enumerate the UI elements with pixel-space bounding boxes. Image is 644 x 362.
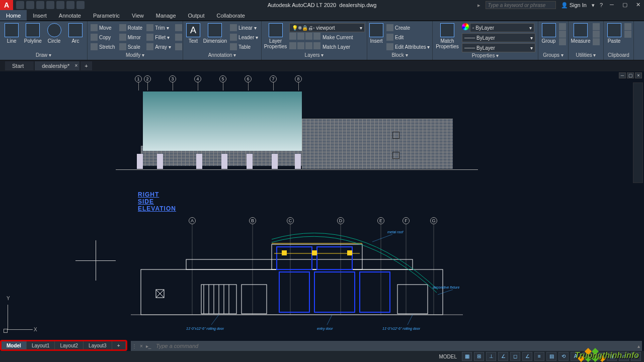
layer-combo[interactable]: 💡❄🔒🖨▫ viewport▾: [289, 23, 365, 32]
insert-button[interactable]: Insert: [369, 23, 383, 44]
line-button[interactable]: Line: [2, 23, 21, 44]
paste-button[interactable]: Paste: [606, 23, 622, 44]
tab-home[interactable]: Home: [0, 10, 27, 21]
panel-block-title[interactable]: Block ▾: [369, 52, 430, 59]
color-wheel-icon[interactable]: [462, 23, 469, 30]
layer-properties-button[interactable]: Layer Properties: [264, 23, 287, 49]
tab-manage[interactable]: Manage: [150, 10, 182, 21]
panel-modify-title[interactable]: Modify ▾: [90, 52, 181, 59]
layer-q5-icon[interactable]: [289, 42, 296, 49]
lineweight-combo[interactable]: ─── ByLayer▾: [462, 33, 535, 42]
qat-save-icon[interactable]: [36, 1, 44, 9]
edit-attributes-button[interactable]: Edit Attributes ▾: [385, 42, 431, 51]
rotate-button[interactable]: Rotate: [118, 23, 143, 32]
match-properties-button[interactable]: Match Properties: [435, 23, 460, 49]
status-snap-icon[interactable]: ⊞: [474, 352, 484, 361]
qat-saveas-icon[interactable]: [46, 1, 54, 9]
copy-button[interactable]: Copy: [90, 33, 116, 42]
create-block-button[interactable]: Create: [385, 23, 431, 32]
tab-annotate[interactable]: Annotate: [53, 10, 87, 21]
stretch-button[interactable]: Stretch: [90, 42, 116, 51]
layout-add[interactable]: +: [112, 341, 126, 349]
qat-open-icon[interactable]: [26, 1, 34, 9]
status-grid-icon[interactable]: ▦: [462, 352, 472, 361]
circle-button[interactable]: Circle: [45, 23, 64, 44]
tab-view[interactable]: View: [126, 10, 150, 21]
layer-q6-icon[interactable]: [297, 42, 304, 49]
match-layer-button[interactable]: Match Layer: [321, 42, 351, 51]
signin-link[interactable]: 👤 Sign In: [561, 2, 587, 9]
u3-icon[interactable]: [593, 38, 600, 45]
qat-undo-icon[interactable]: [66, 1, 74, 9]
panel-layers-title[interactable]: Layers ▾: [264, 52, 365, 59]
layout-3[interactable]: Layout3: [84, 341, 112, 349]
layer-q4-icon[interactable]: [313, 33, 320, 40]
mod-x3[interactable]: [174, 42, 183, 51]
tab-insert[interactable]: Insert: [27, 10, 53, 21]
tab-collaborate[interactable]: Collaborate: [211, 10, 251, 21]
group-button[interactable]: Group: [540, 23, 557, 44]
cmd-close-icon[interactable]: ×: [138, 343, 145, 349]
status-osnap-icon[interactable]: ◻: [510, 352, 520, 361]
qat-plot-icon[interactable]: [56, 1, 64, 9]
panel-properties-title[interactable]: Properties ▾: [435, 52, 536, 59]
cmd-history-icon[interactable]: ▴: [635, 343, 642, 349]
move-button[interactable]: Move: [90, 23, 116, 32]
panel-annotation-title[interactable]: Annotation ▾: [185, 52, 259, 59]
panel-groups-title[interactable]: Groups ▾: [540, 52, 566, 59]
u2-icon[interactable]: [593, 31, 600, 38]
layer-q3-icon[interactable]: [305, 33, 312, 40]
filetab-start[interactable]: Start: [5, 61, 34, 70]
mirror-button[interactable]: Mirror: [118, 33, 143, 42]
edit-block-button[interactable]: Edit: [385, 33, 431, 42]
linetype-combo[interactable]: ─── ByLayer▾: [462, 43, 535, 52]
array-button[interactable]: Array ▾: [145, 42, 172, 51]
status-polar-icon[interactable]: ∠: [498, 352, 508, 361]
g3-icon[interactable]: [559, 38, 566, 45]
vp-close-icon[interactable]: ×: [635, 72, 642, 78]
leader-button[interactable]: Leader ▾: [229, 33, 259, 42]
command-input[interactable]: [152, 343, 635, 349]
dimension-button[interactable]: Dimension: [203, 23, 227, 44]
app-exchange-icon[interactable]: ▾: [592, 2, 595, 9]
filetab-dealership[interactable]: dealership*×: [35, 61, 79, 70]
fillet-button[interactable]: Fillet ▾: [145, 33, 172, 42]
new-tab-button[interactable]: +: [80, 61, 92, 70]
qat-new-icon[interactable]: [16, 1, 24, 9]
cut-icon[interactable]: [624, 23, 631, 30]
status-transp-icon[interactable]: ▤: [546, 352, 556, 361]
status-lwt-icon[interactable]: ≡: [534, 352, 544, 361]
tab-parametric[interactable]: Parametric: [87, 10, 126, 21]
layout-1[interactable]: Layout1: [27, 341, 55, 349]
linear-button[interactable]: Linear ▾: [229, 23, 259, 32]
layout-model[interactable]: Model: [2, 341, 27, 349]
panel-utilities-title[interactable]: Utilities ▾: [571, 52, 601, 59]
trim-button[interactable]: Trim ▾: [145, 23, 172, 32]
polyline-button[interactable]: Polyline: [23, 23, 42, 44]
help-search-input[interactable]: [486, 1, 556, 9]
layout-2[interactable]: Layout2: [55, 341, 84, 349]
layer-q7-icon[interactable]: [305, 42, 312, 49]
cmd-handle-icon[interactable]: ⋮: [131, 343, 138, 349]
layer-q1-icon[interactable]: [289, 33, 296, 40]
g2-icon[interactable]: [559, 31, 566, 38]
tab-output[interactable]: Output: [182, 10, 211, 21]
navigation-bar[interactable]: [633, 82, 643, 183]
mod-x1[interactable]: [174, 23, 183, 32]
g1-icon[interactable]: [559, 23, 566, 30]
copy2-icon[interactable]: [624, 31, 631, 38]
maximize-button[interactable]: ▢: [621, 2, 629, 9]
vp-max-icon[interactable]: ▢: [627, 72, 634, 78]
status-ortho-icon[interactable]: ⊥: [486, 352, 496, 361]
status-otrack-icon[interactable]: ∠: [522, 352, 532, 361]
drawing-canvas[interactable]: ─ ▢ × 1 2 3 4 5 6 7 8 RIGHT SIDE ELEVATI…: [0, 71, 644, 340]
minimize-button[interactable]: ─: [608, 2, 616, 9]
help-icon[interactable]: ?: [600, 2, 603, 8]
text-button[interactable]: AText: [185, 23, 201, 44]
status-model[interactable]: MODEL: [436, 354, 460, 359]
panel-draw-title[interactable]: Draw ▾: [2, 52, 85, 59]
qat-redo-icon[interactable]: [76, 1, 85, 9]
close-tab-icon[interactable]: ×: [74, 63, 77, 68]
vp-min-icon[interactable]: ─: [619, 72, 626, 78]
layer-q2-icon[interactable]: [297, 33, 304, 40]
